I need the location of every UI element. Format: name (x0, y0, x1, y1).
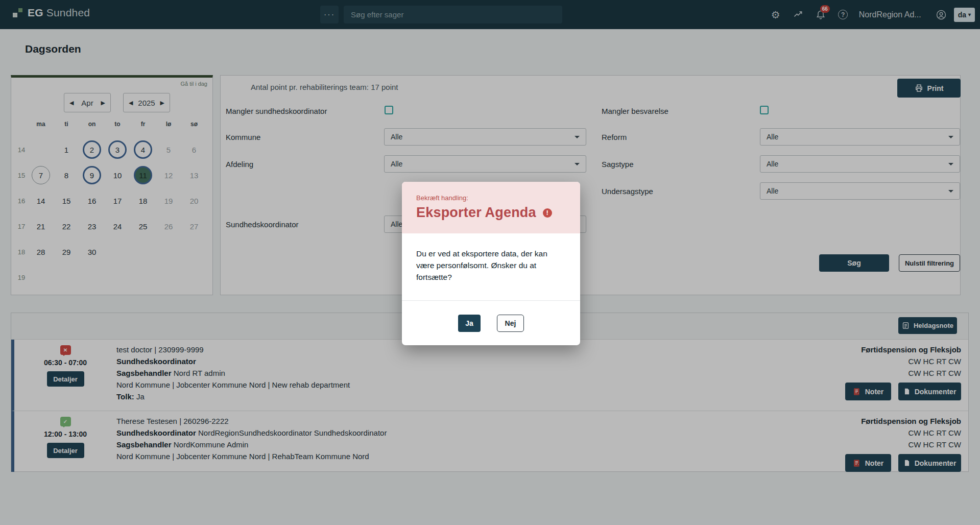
confirm-export-dialog: Bekræft handling: Eksporter Agenda ! Du … (402, 182, 580, 345)
dialog-header: Bekræft handling: Eksporter Agenda ! (402, 182, 580, 233)
dialog-title: Eksporter Agenda (416, 205, 536, 221)
dialog-kicker: Bekræft handling: (416, 194, 566, 202)
warning-exclamation-icon: ! (543, 208, 552, 218)
confirm-yes-button[interactable]: Ja (458, 315, 481, 332)
dialog-message: Du er ved at eksportere data, der kan væ… (402, 233, 580, 300)
dialog-footer: Ja Nej (402, 300, 580, 345)
confirm-no-button[interactable]: Nej (497, 315, 524, 332)
app-root: EGSundhed ··· ⚙ 66 ? NordRegion Ad... da… (0, 0, 980, 525)
